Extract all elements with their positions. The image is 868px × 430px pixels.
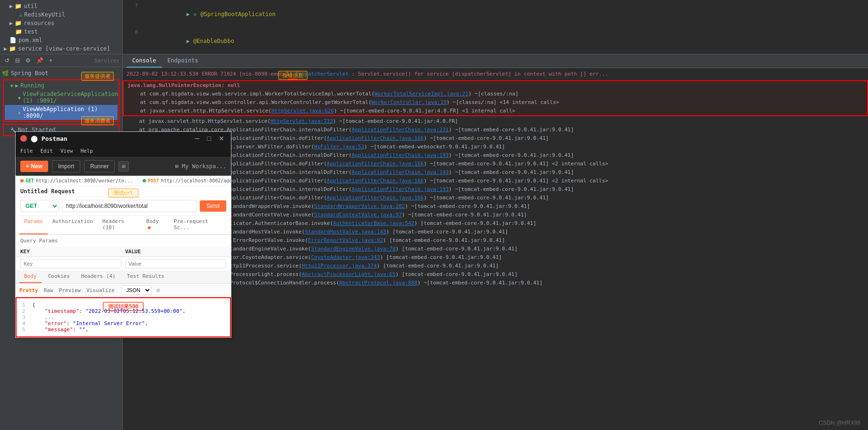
minimize-button[interactable]: ─ [193, 135, 202, 142]
postman-logo-icon [20, 135, 27, 142]
kv-row-1 [16, 257, 231, 270]
log-stack-4: at javax.servlet.http.HttpServlet.servic… [123, 117, 868, 126]
folder-icon: 📁 [15, 3, 22, 9]
key-input-1[interactable] [20, 259, 121, 268]
postman-window-buttons: ─ □ ✕ [193, 135, 226, 142]
postman-window: ⬤ Postman ─ □ ✕ File Edit View Help + Ne… [15, 131, 231, 338]
tree-running[interactable]: ▼ ▶ Running [5, 81, 118, 90]
value-header: VALUE [125, 249, 226, 255]
cookies-tab[interactable]: Cookies [43, 270, 75, 283]
file-icon: ☕ [19, 11, 22, 18]
json-ln-4: 4 [22, 320, 26, 327]
runner-button[interactable]: Runner [84, 160, 115, 172]
log-stack-7: at org.apache.tomcat.websocket.server.Ws… [123, 143, 868, 151]
log-stack-11: at org.apache.catalina.core.ApplicationF… [123, 177, 868, 185]
log-stack-3: at javax.servlet.http.HttpServlet.servic… [124, 107, 867, 115]
postman-recent-tabs: GET http://localhost:8090/worker/to... P… [16, 176, 231, 186]
new-button[interactable]: + New [20, 161, 48, 172]
log-stack-2: at com.qf.bigdata.view.web.controller.ap… [124, 98, 867, 107]
tree-item-resources[interactable]: ▶ 📁 resources [0, 19, 122, 27]
format-type-select[interactable]: JSON XML Text [121, 285, 152, 295]
log-npe: java.lang.NullPointerException: null [124, 81, 867, 90]
tree-viewfacade[interactable]: ◆ ViewFacadeServiceApplication (1) :9091… [5, 90, 118, 105]
code-line-7: ▶ ⊙ @SpringBootApplication [142, 1, 275, 27]
recent-tab-post-url: http://localhost:8002/addr/add ... [161, 178, 231, 183]
code-editor: 7 ▶ ⊙ @SpringBootApplication 8 ▶ @Enable… [123, 0, 868, 54]
console-tab-endpoints[interactable]: Endpoints [162, 54, 204, 68]
query-params-section: Query Params KEY VALUE [16, 235, 231, 270]
menu-view[interactable]: View [60, 147, 73, 155]
recent-tab-get-url: http://localhost:8090/worker/to... [36, 178, 133, 183]
workspace-selector[interactable]: ⊞ My Workspa... [175, 163, 226, 170]
prerequest-tab[interactable]: Pre-request Sc... [169, 215, 227, 234]
recent-tab-get[interactable]: GET http://localhost:8090/worker/to... [16, 176, 138, 186]
body-tab[interactable]: Body [142, 215, 170, 234]
service-provider-label: 服务提供者 [81, 72, 114, 81]
log-stack-12: at org.apache.catalina.core.ApplicationF… [123, 185, 868, 194]
json-line-3: 3 ... [22, 314, 224, 320]
menu-edit[interactable]: Edit [41, 147, 53, 155]
menu-file[interactable]: File [20, 147, 33, 155]
params-tab[interactable]: Params [19, 215, 48, 234]
headers-tab[interactable]: Headers (10) [98, 215, 142, 234]
services-toolbar: ↺ ⊟ ⚙ 📌 + Services [0, 54, 122, 67]
recent-tab-post[interactable]: POST http://localhost:8002/addr/add ... [138, 176, 231, 186]
add-btn[interactable]: + [47, 56, 54, 65]
response-tabs: Body Cookies Headers (4) Test Results [16, 270, 231, 284]
filter-btn[interactable]: ⚙ [24, 56, 33, 65]
log-stack-5: at org.apache.catalina.core.ApplicationF… [123, 126, 868, 134]
more-options-button[interactable]: ⊞ [119, 161, 128, 172]
services-label: Services [94, 58, 119, 64]
postman-title: ⬤ Postman [20, 135, 68, 142]
raw-tab[interactable]: Raw [44, 287, 53, 293]
authorization-tab[interactable]: Authorization [48, 215, 98, 234]
spring-icon: 🌿 [2, 70, 9, 77]
preview-tab[interactable]: Preview [59, 287, 81, 293]
send-button[interactable]: Send [200, 200, 226, 212]
json-ln-1: 1 [22, 302, 26, 308]
log-stack-1: at com.qf.bigdata.view.web.service.impl.… [124, 90, 867, 98]
tree-item-util[interactable]: ▶ 📁 util [0, 2, 122, 10]
close-button[interactable]: ✕ [217, 135, 226, 142]
result-annotation: 测试结果500 [103, 302, 144, 311]
pin-btn[interactable]: 📌 [34, 56, 45, 65]
code-line-8: ▶ @EnableDubbo [142, 28, 234, 54]
refresh-btn[interactable]: ↺ [3, 56, 11, 65]
log-stack-6: at org.apache.catalina.core.ApplicationF… [123, 134, 868, 143]
format-icon[interactable]: ≡ [156, 286, 160, 294]
headers-response-tab[interactable]: Headers (4) [77, 270, 120, 283]
json-line-4: 4 "error": "Internal Server Error", [22, 320, 224, 327]
chevron-down-icon: ▼ [10, 83, 13, 88]
response-format-toolbar: Pretty Raw Preview Visualize JSON XML Te… [16, 284, 231, 297]
json-ln-5: 5 [22, 327, 26, 333]
postman-titlebar: ⬤ Postman ─ □ ✕ [16, 132, 231, 145]
log-stack-8: at org.apache.catalina.core.ApplicationF… [123, 151, 868, 160]
console-log-area[interactable]: 报错信息 2022-09-02 13:12:33.530 ERROR 71024… [123, 68, 868, 285]
value-input-1[interactable] [125, 259, 226, 268]
dot-orange-icon [20, 179, 24, 182]
console-tab-console[interactable]: Console [127, 54, 162, 68]
log-line-empty [123, 78, 868, 79]
postman-title-text: ⬤ Postman [31, 135, 68, 142]
collapse-btn[interactable]: ⊟ [13, 56, 22, 65]
tree-item-service[interactable]: ▶ 📁 service [view-core-service] [0, 44, 122, 53]
key-header: KEY [20, 249, 121, 255]
tree-item-pom[interactable]: 📄 pom.xml [0, 36, 122, 44]
folder-icon2: 📁 [15, 20, 22, 26]
tree-item-rediskeyutil[interactable]: ☕ RedisKeyUtil [0, 10, 122, 19]
log-stack-9: at org.apache.catalina.core.ApplicationF… [123, 160, 868, 168]
visualize-tab[interactable]: Visualize [86, 287, 115, 293]
log-stack-21: at org.apache.coyote.http11.Http11Proces… [123, 262, 868, 270]
import-button[interactable]: Import [52, 160, 80, 172]
menu-help[interactable]: Help [81, 147, 94, 155]
maximize-button[interactable]: □ [205, 135, 213, 142]
test-results-tab[interactable]: Test Results [122, 270, 169, 283]
tree-item-test[interactable]: 📁 test [0, 27, 122, 36]
method-select[interactable]: GET POST PUT DELETE [20, 200, 59, 212]
kv-header: KEY VALUE [16, 247, 231, 257]
url-input[interactable] [62, 200, 197, 212]
line-num-8: 8 [127, 28, 142, 37]
body-response-tab[interactable]: Body [19, 270, 42, 283]
postman-menubar: File Edit View Help [16, 145, 231, 157]
pretty-tab[interactable]: Pretty [19, 287, 38, 293]
